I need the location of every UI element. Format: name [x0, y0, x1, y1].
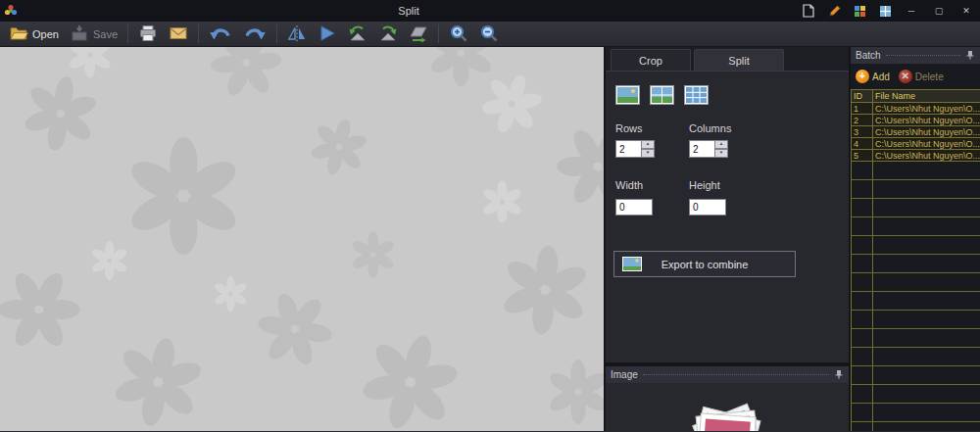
pin-icon[interactable]	[834, 369, 844, 381]
batch-empty-id-cell	[852, 404, 873, 421]
batch-table-empty-row	[852, 162, 980, 180]
flip-vertical-button[interactable]	[313, 23, 342, 46]
batch-table-row[interactable]: 1C:\Users\Nhut Nguyen\O...	[852, 103, 980, 115]
printer-icon	[138, 24, 158, 45]
add-icon[interactable]: +	[856, 70, 869, 83]
batch-row-id: 1	[852, 103, 873, 114]
batch-empty-id-cell	[852, 180, 873, 198]
batch-table-row[interactable]: 4C:\Users\Nhut Nguyen\O...	[852, 138, 980, 150]
zoom-in-icon	[449, 24, 468, 45]
columns-spin-up-icon[interactable]: ▲	[715, 140, 728, 149]
width-label: Width	[615, 179, 689, 191]
tab-split[interactable]: Split	[694, 49, 784, 71]
open-button-label: Open	[32, 28, 59, 40]
edit-pencil-icon[interactable]	[821, 0, 847, 22]
batch-row-id: 5	[852, 150, 873, 161]
maximize-button[interactable]: ▢	[925, 0, 953, 22]
batch-empty-file-cell	[873, 422, 980, 431]
batch-empty-file-cell	[873, 199, 980, 216]
rows-spinner: ▲ ▼	[615, 140, 655, 158]
batch-empty-id-cell	[852, 255, 873, 272]
batch-empty-id-cell	[852, 236, 873, 254]
batch-table-row[interactable]: 5C:\Users\Nhut Nguyen\O...	[852, 150, 980, 162]
combine-tool-icon[interactable]	[847, 0, 872, 22]
panel-tabbar: Crop Split	[606, 47, 849, 71]
pin-icon[interactable]	[965, 50, 975, 62]
batch-empty-file-cell	[873, 329, 980, 347]
batch-table-empty-row	[852, 180, 980, 199]
batch-empty-id-cell	[852, 311, 873, 328]
redo-arrow-icon	[243, 24, 267, 45]
split-mode-2-thumbnail[interactable]	[650, 85, 674, 105]
batch-empty-file-cell	[873, 162, 980, 179]
export-to-combine-button[interactable]: Export to combine	[613, 251, 796, 277]
zoom-out-button[interactable]	[474, 23, 504, 46]
columns-spin-down-icon[interactable]: ▼	[715, 149, 728, 158]
delete-button[interactable]: Delete	[915, 72, 944, 82]
split-mode-1-thumbnail[interactable]	[615, 85, 640, 105]
titlebar: Split ─	[0, 0, 980, 22]
rows-spin-up-icon[interactable]: ▲	[642, 140, 655, 149]
batch-empty-id-cell	[852, 422, 873, 431]
batch-table: ID File Name 1C:\Users\Nhut Nguyen\O...2…	[851, 89, 980, 431]
height-input[interactable]	[689, 199, 726, 216]
save-button[interactable]: Save	[65, 23, 122, 46]
save-icon	[70, 24, 89, 45]
delete-icon[interactable]: ✕	[899, 70, 912, 83]
split-mode-thumbnails	[615, 85, 849, 105]
zoom-out-icon	[479, 24, 499, 45]
batch-empty-id-cell	[852, 199, 873, 216]
batch-panel-title: Batch	[856, 50, 881, 61]
flip-horizontal-icon	[287, 24, 307, 45]
rotate-right-button[interactable]	[373, 23, 403, 46]
toolbar-separator	[127, 24, 128, 43]
zoom-in-button[interactable]	[444, 23, 473, 46]
columns-label: Columns	[689, 122, 762, 134]
print-button[interactable]	[133, 23, 163, 46]
rows-label: Rows	[615, 122, 689, 134]
canvas-flower-pattern	[0, 47, 604, 431]
email-button[interactable]	[164, 23, 193, 46]
batch-table-empty-row	[852, 404, 980, 422]
batch-table-empty-row	[852, 292, 980, 311]
minimize-button[interactable]: ─	[898, 0, 925, 22]
main-toolbar: Open Save	[0, 22, 980, 47]
batch-table-empty-row	[852, 366, 980, 385]
batch-empty-id-cell	[852, 217, 873, 235]
header-dotted-line	[886, 55, 960, 56]
split-tool-icon[interactable]	[872, 0, 898, 22]
split-mode-3-thumbnail[interactable]	[684, 85, 709, 105]
file-name-column-header[interactable]: File Name	[873, 90, 980, 102]
undo-button[interactable]	[204, 23, 237, 46]
open-button[interactable]: Open	[4, 23, 64, 46]
batch-row-id: 4	[852, 138, 873, 149]
close-button[interactable]: ✕	[953, 0, 980, 22]
batch-empty-file-cell	[873, 311, 980, 328]
image-canvas[interactable]	[0, 47, 606, 431]
batch-empty-file-cell	[873, 404, 980, 421]
height-label: Height	[689, 179, 762, 191]
rows-input[interactable]	[615, 140, 642, 158]
redo-button[interactable]	[238, 23, 271, 46]
new-file-icon[interactable]	[796, 0, 821, 22]
skew-button[interactable]	[404, 23, 433, 46]
export-image-icon	[622, 257, 642, 273]
add-button[interactable]: Add	[872, 72, 890, 82]
flip-horizontal-button[interactable]	[282, 23, 312, 46]
batch-empty-file-cell	[873, 255, 980, 272]
image-preview-panel[interactable]	[606, 383, 849, 431]
rotate-left-button[interactable]	[343, 23, 372, 46]
tab-crop[interactable]: Crop	[611, 49, 691, 71]
skew-icon	[409, 24, 428, 45]
id-column-header[interactable]: ID	[852, 90, 873, 102]
image-panel-header: Image	[606, 366, 849, 383]
columns-input[interactable]	[689, 140, 715, 158]
rows-spin-down-icon[interactable]: ▼	[642, 149, 655, 158]
rotate-right-icon	[378, 24, 398, 45]
batch-table-row[interactable]: 2C:\Users\Nhut Nguyen\O...	[852, 115, 980, 126]
save-button-label: Save	[93, 28, 118, 40]
batch-empty-file-cell	[873, 292, 980, 310]
photo-stack-image	[668, 389, 786, 431]
batch-table-row[interactable]: 3C:\Users\Nhut Nguyen\O...	[852, 126, 980, 138]
width-input[interactable]	[615, 199, 653, 216]
